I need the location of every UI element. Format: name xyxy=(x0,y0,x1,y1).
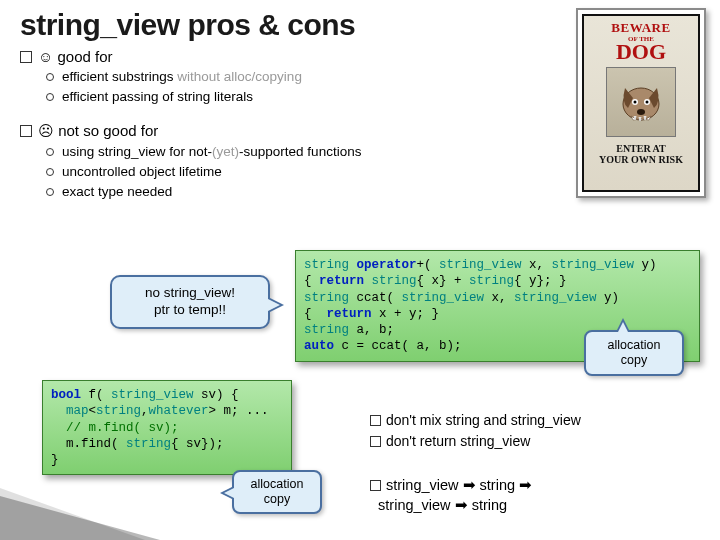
bad-item-2: uncontrolled object lifetime xyxy=(46,162,530,182)
svg-point-2 xyxy=(634,101,637,104)
poster-enter: ENTER AT YOUR OWN RISK xyxy=(599,143,683,165)
bad-heading-text: ☹ not so good for xyxy=(38,122,158,139)
bullet-ring-icon xyxy=(46,188,54,196)
poster-dog: DOG xyxy=(616,41,666,63)
svg-point-5 xyxy=(637,109,645,115)
corner-wedge-icon xyxy=(0,496,160,540)
tip-1: don't mix string and string_view xyxy=(370,410,700,431)
bullet-ring-icon xyxy=(46,148,54,156)
tip-2: don't return string_view xyxy=(370,431,700,452)
poster-inner: BEWARE OF THE DOG ENTER AT YOUR OWN RISK xyxy=(582,14,700,192)
good-heading-text: ☺ good for xyxy=(38,48,113,65)
conversion-chain: string_view ➡ string ➡ string_view ➡ str… xyxy=(370,475,700,516)
bad-heading: ☹ not so good for xyxy=(20,122,530,140)
good-item-1: efficient substrings without alloc/copyi… xyxy=(46,67,530,87)
content-area: ☺ good for efficient substrings without … xyxy=(20,48,530,202)
code-block-map-find: bool f( string_view sv) { map<string,wha… xyxy=(42,380,292,475)
bullet-box-icon xyxy=(370,436,381,447)
bullet-box-icon xyxy=(20,125,32,137)
bullet-box-icon xyxy=(370,480,381,491)
dog-icon xyxy=(606,67,676,137)
beware-poster: BEWARE OF THE DOG ENTER AT YOUR OWN RISK xyxy=(576,8,706,198)
bullet-ring-icon xyxy=(46,168,54,176)
bullet-ring-icon xyxy=(46,73,54,81)
bullet-ring-icon xyxy=(46,93,54,101)
bad-item-1: using string_view for not-(yet)-supporte… xyxy=(46,142,530,162)
code-map-text: bool f( string_view sv) { map<string,wha… xyxy=(51,387,283,468)
slide-root: string_view pros & cons BEWARE OF THE DO… xyxy=(0,0,720,540)
callout-allocation-1: allocation copy xyxy=(584,330,684,376)
callout-no-string-view: no string_view! ptr to temp!! xyxy=(110,275,270,329)
callout-allocation-2: allocation copy xyxy=(232,470,322,514)
bullet-box-icon xyxy=(370,415,381,426)
bad-item-3: exact type needed xyxy=(46,182,530,202)
tips-block: don't mix string and string_view don't r… xyxy=(370,410,700,452)
good-heading: ☺ good for xyxy=(20,48,530,65)
svg-point-4 xyxy=(646,101,649,104)
bullet-box-icon xyxy=(20,51,32,63)
poster-beware: BEWARE xyxy=(611,20,670,36)
good-item-2: efficient passing of string literals xyxy=(46,87,530,107)
